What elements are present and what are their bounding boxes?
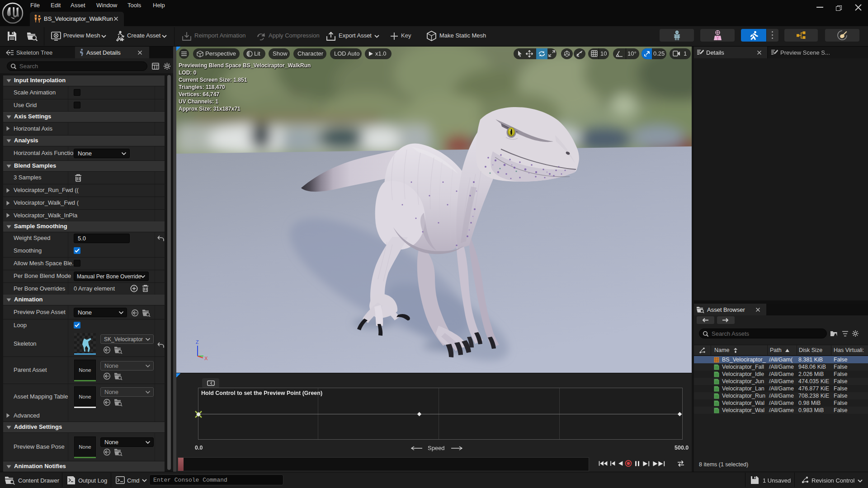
svg-text:Z: Z [196,339,199,345]
svg-text:X: X [204,356,208,361]
